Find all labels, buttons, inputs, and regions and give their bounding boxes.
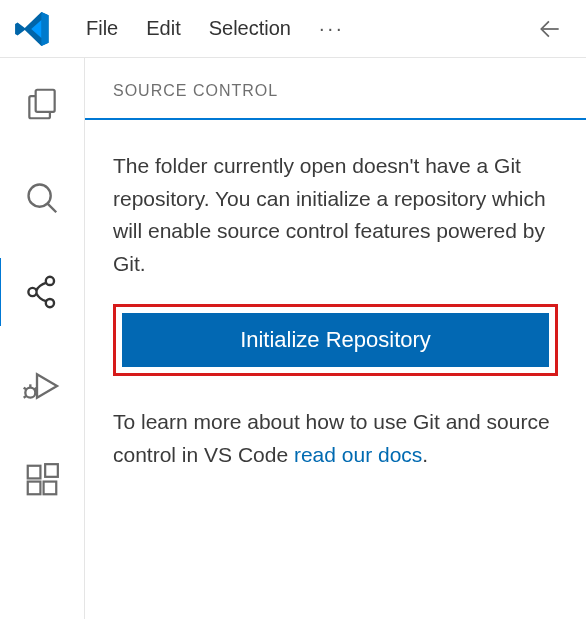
svg-rect-16 <box>44 482 57 495</box>
sidebar-title: SOURCE CONTROL <box>85 82 586 118</box>
intro-text: The folder currently open doesn't have a… <box>113 150 558 280</box>
menubar: File Edit Selection ··· <box>72 11 528 46</box>
svg-line-11 <box>24 388 27 390</box>
read-docs-link[interactable]: read our docs <box>294 443 422 466</box>
back-arrow-icon[interactable] <box>528 16 572 42</box>
source-control-panel: The folder currently open doesn't have a… <box>85 118 586 619</box>
sidebar: SOURCE CONTROL The folder currently open… <box>84 58 586 619</box>
menu-edit[interactable]: Edit <box>132 11 194 46</box>
svg-line-12 <box>35 388 38 390</box>
vscode-logo-icon <box>14 11 50 47</box>
svg-rect-2 <box>36 90 55 112</box>
svg-point-9 <box>25 388 35 398</box>
svg-rect-15 <box>28 482 41 495</box>
menu-overflow-icon[interactable]: ··· <box>305 11 359 46</box>
learn-suffix: . <box>422 443 428 466</box>
explorer-icon[interactable] <box>14 76 70 132</box>
initialize-repository-button[interactable]: Initialize Repository <box>122 313 549 367</box>
svg-rect-14 <box>28 466 41 479</box>
svg-marker-8 <box>37 374 57 397</box>
svg-rect-17 <box>45 464 58 477</box>
learn-more-text: To learn more about how to use Git and s… <box>113 406 558 471</box>
highlight-annotation: Initialize Repository <box>113 304 558 376</box>
svg-point-7 <box>46 299 54 307</box>
workbench: SOURCE CONTROL The folder currently open… <box>0 58 586 619</box>
source-control-icon[interactable] <box>14 264 70 320</box>
menu-file[interactable]: File <box>72 11 132 46</box>
menu-selection[interactable]: Selection <box>195 11 305 46</box>
extensions-icon[interactable] <box>14 452 70 508</box>
svg-point-3 <box>29 185 51 207</box>
svg-point-6 <box>28 288 36 296</box>
svg-line-13 <box>24 396 27 398</box>
run-debug-icon[interactable] <box>14 358 70 414</box>
svg-line-4 <box>48 204 57 213</box>
svg-point-5 <box>46 277 54 285</box>
search-icon[interactable] <box>14 170 70 226</box>
titlebar: File Edit Selection ··· <box>0 0 586 58</box>
activitybar <box>0 58 84 619</box>
